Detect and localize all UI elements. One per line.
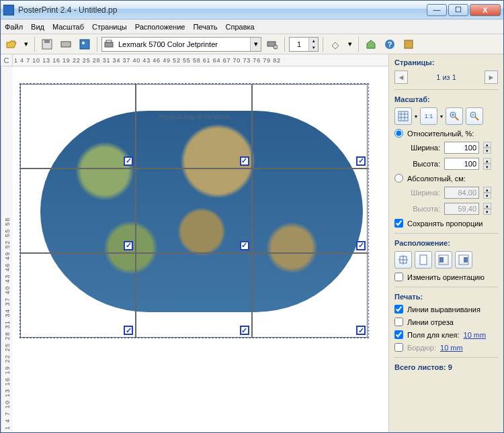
scanner-icon bbox=[60, 39, 71, 50]
dropdown-arrow-2[interactable]: ▾ bbox=[346, 36, 354, 52]
tile-checkbox[interactable]: ✓ bbox=[124, 156, 133, 166]
abs-width-input bbox=[444, 187, 479, 199]
ruler-h-numbers: 1 4 7 10 13 16 19 22 25 28 31 34 37 40 4… bbox=[13, 54, 388, 66]
pages-section-title: Страницы: bbox=[394, 58, 498, 66]
open-button[interactable] bbox=[3, 36, 19, 52]
cut-lines-label: Линии отреза bbox=[407, 318, 454, 326]
printer-combo[interactable]: Lexmark 5700 Color Jetprinter ▾ bbox=[101, 37, 261, 52]
menu-print[interactable]: Печать bbox=[193, 23, 217, 31]
menu-file[interactable]: Файл bbox=[5, 23, 23, 31]
absolute-label: Абсолютный, см: bbox=[407, 175, 466, 183]
page-number-input[interactable] bbox=[290, 38, 308, 51]
svg-rect-31 bbox=[464, 257, 468, 262]
glue-margin-checkbox[interactable] bbox=[394, 330, 403, 339]
layout-align-right-button[interactable] bbox=[455, 251, 472, 269]
save-button[interactable] bbox=[39, 36, 55, 52]
close-button[interactable]: X bbox=[470, 4, 501, 16]
page-up-icon[interactable]: ▴ bbox=[308, 38, 318, 44]
erase-button[interactable] bbox=[327, 36, 343, 52]
absolute-scale-radio[interactable] bbox=[394, 174, 403, 183]
layout-align-left-button[interactable] bbox=[435, 251, 452, 269]
tile-checkbox[interactable]: ✓ bbox=[356, 156, 366, 166]
zoom-100-button[interactable]: 1:1 bbox=[420, 107, 437, 125]
layout-page-button[interactable] bbox=[415, 251, 432, 269]
svg-text:?: ? bbox=[388, 40, 392, 48]
menu-view[interactable]: Вид bbox=[31, 23, 44, 31]
menu-help[interactable]: Справка bbox=[226, 23, 255, 31]
tile-checkbox[interactable]: ✓ bbox=[124, 241, 133, 250]
zoom-grid-button[interactable] bbox=[394, 107, 412, 125]
tile-checkbox[interactable]: ✓ bbox=[240, 156, 249, 166]
glue-margin-label: Поля для клея: bbox=[407, 331, 460, 339]
keep-proportions-label: Сохранять пропорции bbox=[407, 220, 483, 228]
page-down-icon[interactable]: ▾ bbox=[308, 44, 318, 51]
border-link[interactable]: 10 mm bbox=[440, 344, 463, 352]
poster-bounds: Physical Map of the World bbox=[19, 83, 369, 338]
relative-scale-radio[interactable] bbox=[394, 129, 403, 138]
spin-up-icon[interactable]: ▴ bbox=[483, 158, 491, 164]
scale-section-title: Масштаб: bbox=[394, 95, 498, 103]
map-image bbox=[40, 111, 363, 312]
home-icon bbox=[366, 39, 376, 50]
layout-center-button[interactable] bbox=[394, 251, 412, 269]
page-indicator: 1 из 1 bbox=[436, 73, 456, 81]
dropdown-icon[interactable]: ▾ bbox=[440, 113, 443, 119]
rotate-label: Изменить ориентацию bbox=[407, 273, 485, 281]
svg-point-8 bbox=[274, 45, 278, 49]
menubar: Файл Вид Масштаб Страницы Расположение П… bbox=[1, 19, 503, 34]
zoom-in-icon bbox=[449, 111, 460, 122]
printer-settings-button[interactable] bbox=[264, 36, 280, 52]
tile-checkbox[interactable]: ✓ bbox=[240, 326, 249, 335]
one-to-one-icon: 1:1 bbox=[425, 113, 433, 119]
glue-margin-link[interactable]: 10 mm bbox=[464, 331, 487, 339]
next-page-button[interactable]: ► bbox=[485, 70, 498, 84]
help-button[interactable]: ? bbox=[382, 36, 398, 52]
total-sheets-label: Всего листов: bbox=[394, 363, 446, 371]
zoom-in-button[interactable] bbox=[446, 107, 463, 125]
page-spinner[interactable]: ▴ ▾ bbox=[289, 37, 319, 52]
tile-checkbox[interactable]: ✓ bbox=[124, 326, 133, 335]
border-checkbox[interactable] bbox=[394, 343, 403, 352]
cut-lines-checkbox[interactable] bbox=[394, 318, 403, 326]
home-button[interactable] bbox=[363, 36, 379, 52]
tile-checkbox[interactable]: ✓ bbox=[240, 241, 249, 250]
minimize-button[interactable]: — bbox=[427, 4, 447, 16]
canvas-panel: C 1 4 7 10 13 16 19 22 25 28 31 34 37 40… bbox=[1, 54, 389, 432]
canvas[interactable]: Physical Map of the World bbox=[13, 66, 388, 432]
tile-checkbox[interactable]: ✓ bbox=[356, 241, 366, 250]
image-button[interactable] bbox=[77, 36, 93, 52]
menu-pages[interactable]: Страницы bbox=[92, 23, 127, 31]
grid-icon bbox=[398, 111, 409, 122]
menu-zoom[interactable]: Масштаб bbox=[52, 23, 84, 31]
print-section-title: Печать: bbox=[394, 293, 498, 301]
app-window: PosterPrint 2.4 - Untitled.pp — ☐ X Файл… bbox=[0, 0, 504, 433]
tile-checkbox[interactable]: ✓ bbox=[356, 326, 366, 335]
zoom-out-button[interactable] bbox=[466, 107, 483, 125]
spin-down-icon[interactable]: ▾ bbox=[483, 148, 491, 154]
keep-proportions-checkbox[interactable] bbox=[394, 219, 403, 228]
spin-down-icon[interactable]: ▾ bbox=[483, 164, 491, 170]
svg-line-18 bbox=[455, 117, 458, 120]
width-label: Ширина: bbox=[405, 144, 440, 152]
dropdown-arrow[interactable]: ▾ bbox=[22, 36, 30, 52]
rel-width-input[interactable] bbox=[444, 142, 479, 154]
about-button[interactable] bbox=[401, 36, 417, 52]
printer-dropdown-icon[interactable]: ▾ bbox=[250, 38, 261, 51]
align-lines-checkbox[interactable] bbox=[394, 305, 403, 314]
picture-icon bbox=[79, 39, 90, 50]
border-label: Бордюр: bbox=[407, 344, 436, 352]
rotate-checkbox[interactable] bbox=[394, 273, 403, 281]
dropdown-icon[interactable]: ▾ bbox=[415, 113, 417, 119]
maximize-button[interactable]: ☐ bbox=[448, 4, 468, 16]
scan-button[interactable] bbox=[58, 36, 74, 52]
total-sheets-value: 9 bbox=[448, 363, 452, 371]
align-left-icon bbox=[438, 254, 449, 265]
svg-point-4 bbox=[82, 42, 85, 44]
grid-line-v bbox=[136, 84, 136, 338]
spin-up-icon[interactable]: ▴ bbox=[483, 142, 491, 148]
rel-height-input[interactable] bbox=[444, 158, 479, 170]
ruler-vertical: 1 4 7 10 13 16 19 22 25 28 31 34 37 40 4… bbox=[1, 66, 13, 432]
prev-page-button[interactable]: ◄ bbox=[394, 70, 408, 84]
menu-layout[interactable]: Расположение bbox=[135, 23, 185, 31]
page-icon bbox=[418, 254, 429, 265]
